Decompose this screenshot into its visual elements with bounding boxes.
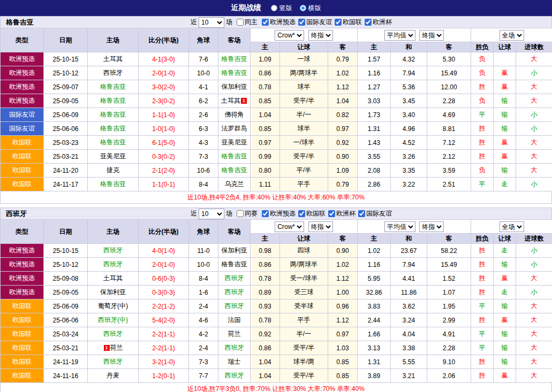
competition-filter[interactable]: 国际友谊 — [298, 18, 332, 27]
score-cell: 2-0(1-0) — [139, 258, 189, 272]
ah-home-odds-cell: 1.04 — [251, 108, 280, 122]
layout-radio-horizontal[interactable]: 横版 — [300, 4, 321, 13]
layout-radio-vertical[interactable]: 竖版 — [271, 4, 292, 13]
competition-filter[interactable]: 欧国联 — [298, 209, 326, 218]
euro-company-select[interactable]: 平均值 — [384, 221, 415, 232]
ah-away-odds-cell: 0.85 — [328, 369, 358, 383]
goals-result-cell: 大 — [516, 341, 552, 355]
euro-draw-odds-cell: 4.04 — [391, 327, 427, 341]
date-cell: 25-10-12 — [44, 66, 88, 80]
away-team-cell: 西班牙 — [218, 286, 251, 299]
euro-company-select[interactable]: 平均值 — [384, 30, 415, 41]
score-cell: 0-3(0-2) — [139, 150, 189, 164]
results-body: 欧洲预选25-10-15土耳其4-1(3-0)7-6格鲁吉亚1.09一球0.79… — [1, 52, 552, 191]
home-team-cell: 西班牙 — [88, 327, 139, 341]
competition-filter[interactable]: 欧洲预选 — [262, 18, 296, 27]
competition-checkbox[interactable] — [298, 210, 305, 217]
corner-cell: 11-0 — [189, 244, 218, 258]
score-cell: 5-4(2-0) — [139, 313, 189, 327]
recent-count-select[interactable]: 10 — [199, 17, 224, 28]
odds-stage-select[interactable]: 终指 — [308, 221, 333, 232]
radio-label: 竖版 — [279, 4, 292, 13]
team-label: 西班牙 — [103, 247, 123, 254]
team-label: 西班牙 — [225, 274, 244, 282]
col-header-home: 主场 — [88, 28, 139, 52]
scope-select[interactable]: 全场 — [500, 30, 524, 41]
ah-away-odds-cell: 0.79 — [328, 178, 358, 191]
away-team-cell: 西班牙 — [218, 299, 251, 313]
radio-icon[interactable] — [271, 5, 277, 11]
competition-checkbox[interactable] — [262, 19, 269, 26]
same-checkbox[interactable] — [237, 19, 244, 26]
corner-cell: 10-0 — [189, 258, 218, 272]
euro-stage-select[interactable]: 终指 — [419, 30, 444, 41]
competition-checkbox[interactable] — [328, 210, 335, 217]
competition-filter[interactable]: 欧洲杯 — [365, 18, 392, 27]
odds-company-select[interactable]: Crow* — [275, 221, 304, 232]
home-team-cell: 格鲁吉亚 — [88, 178, 139, 191]
euro-draw-odds-cell: 4.52 — [391, 136, 427, 150]
away-team-cell: 格鲁吉亚 — [218, 258, 251, 272]
competition-checkbox[interactable] — [298, 19, 305, 26]
competition-filter[interactable]: 欧国联 — [335, 18, 362, 27]
result-cell: 平 — [471, 178, 494, 191]
odds-stage-select[interactable]: 终指 — [308, 30, 333, 41]
euro-home-odds-cell: 3.83 — [358, 299, 391, 313]
filter-bar: 近 10 场 同主 欧洲预选国际友谊欧国联欧洲杯 — [191, 17, 392, 28]
radio-icon[interactable] — [300, 5, 306, 11]
goals-result-cell: 大 — [516, 355, 552, 369]
euro-stage-select[interactable]: 终指 — [419, 221, 444, 232]
competition-checkbox[interactable] — [358, 210, 365, 217]
euro-draw-odds-cell: 4.96 — [391, 122, 427, 136]
corner-cell: 10-6 — [189, 164, 218, 178]
scope-select[interactable]: 全场 — [500, 221, 524, 232]
competition-cell: 欧国联 — [1, 341, 44, 355]
match-row: 国际友谊25-06-06格鲁吉亚1-0(1-0)6-3法罗群岛0.85球半0.9… — [1, 122, 552, 136]
away-team-cell: 法罗群岛 — [218, 122, 251, 136]
competition-checkbox[interactable] — [262, 210, 269, 217]
asian-odds-controls: Crow* 终指 — [251, 220, 358, 234]
team-label: 格鲁吉亚 — [222, 55, 247, 63]
euro-draw-odds-cell: 3.62 — [391, 299, 427, 313]
score-cell: 0-6(0-3) — [139, 272, 189, 286]
competition-label: 国际友谊 — [306, 18, 332, 27]
euro-away-odds-cell: 9.10 — [427, 355, 471, 369]
odds-company-select[interactable]: Crow* — [275, 30, 304, 41]
euro-draw-odds-cell: 4.32 — [391, 52, 427, 66]
euro-home-odds-cell: 1.27 — [358, 80, 391, 94]
team-label: 土耳其 — [103, 55, 123, 63]
team-label: 西班牙 — [103, 69, 123, 76]
same-filter[interactable]: 同主 — [237, 18, 258, 27]
team-label: 格鲁吉亚 — [100, 139, 126, 146]
competition-checkbox[interactable] — [335, 19, 342, 26]
competition-filter[interactable]: 国际友谊 — [358, 209, 392, 218]
away-team-cell: 土耳其1 — [218, 94, 251, 108]
result-cell: 平 — [471, 341, 494, 355]
home-team-cell: 土耳其 — [88, 272, 139, 286]
competition-checkbox[interactable] — [365, 19, 372, 26]
handicap-result-cell — [494, 52, 516, 66]
same-checkbox[interactable] — [237, 210, 244, 217]
euro-away-odds-cell: 8.81 — [427, 122, 471, 136]
handicap-result-cell: 输 — [494, 108, 516, 122]
ah-line-cell: 平手 — [280, 313, 328, 327]
competition-cell: 欧国联 — [1, 313, 44, 327]
competition-filter[interactable]: 欧洲杯 — [328, 209, 356, 218]
euro-draw-odds-cell: 3.22 — [391, 178, 427, 191]
competition-label: 欧洲预选 — [270, 209, 296, 218]
score-cell: 2-2(1-2) — [139, 299, 189, 313]
team-label: 土耳其 — [103, 274, 123, 282]
euro-home-odds-cell: 2.44 — [358, 313, 391, 327]
euro-home-odds-cell: 1.31 — [358, 122, 391, 136]
same-filter[interactable]: 同赛 — [237, 209, 258, 218]
home-team-cell: 保加利亚 — [88, 286, 139, 299]
recent-count-select[interactable]: 10 — [199, 209, 224, 219]
handicap-result-cell: 赢 — [494, 66, 516, 80]
competition-filter[interactable]: 欧洲预选 — [262, 209, 296, 218]
handicap-result-cell: 赢 — [494, 136, 516, 150]
away-team-cell: 西班牙 — [218, 272, 251, 286]
goals-result-cell: 大 — [516, 150, 552, 164]
handicap-result-cell: 赢 — [494, 272, 516, 286]
result-cell: 胜 — [471, 272, 494, 286]
match-row: 欧洲预选25-09-07格鲁吉亚3-0(2-0)4-1保加利亚0.78球半1.1… — [1, 80, 552, 94]
